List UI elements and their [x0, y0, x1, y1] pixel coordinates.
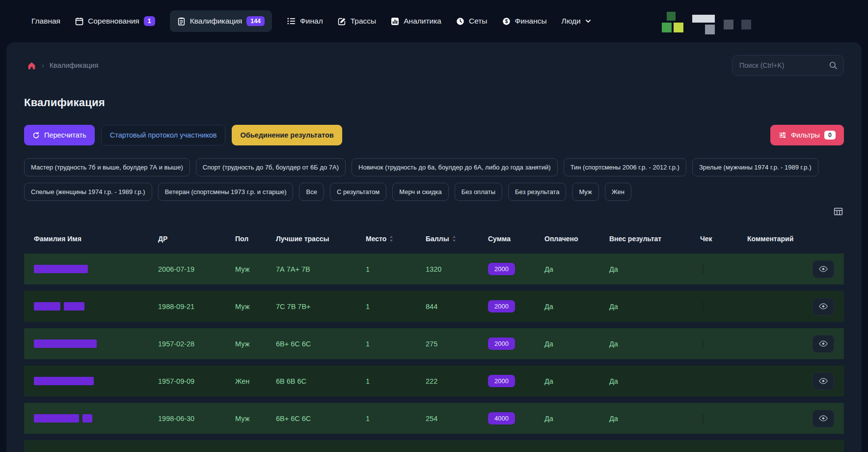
search-input[interactable] — [739, 61, 825, 69]
column-header-sum: Сумма — [488, 235, 544, 243]
chevron-down-icon — [585, 18, 591, 24]
column-header-receipt: Чек — [700, 235, 747, 243]
nav-item-qualification[interactable]: Квалификация 144 — [170, 10, 272, 32]
cell-paid: Да — [544, 265, 609, 273]
filter-chip-novice[interactable]: Новичок (трудность до 6а, боулдер до 6А,… — [352, 158, 558, 176]
cell-points: 844 — [426, 303, 488, 311]
filter-chip-merch[interactable]: Мерч и скидка — [392, 183, 449, 201]
cell-points: 1320 — [426, 265, 488, 273]
nav-label: Главная — [31, 17, 60, 26]
nav-item-final[interactable]: Финал — [287, 17, 323, 26]
filter-chip-female[interactable]: Жен — [605, 183, 631, 201]
cell-dob: 1957-02-28 — [158, 340, 235, 348]
column-header-dob: ДР — [158, 235, 235, 243]
page-title: Квалификация — [24, 96, 844, 109]
nav-item-home[interactable]: Главная — [31, 17, 60, 26]
filters-count-badge: 0 — [824, 131, 836, 140]
cell-receipt — [700, 303, 747, 311]
filter-chips-row-2: Спелые (женщины 1974 г.р. - 1989 г.р.) В… — [24, 183, 844, 201]
filters-button[interactable]: Фильтры 0 — [770, 125, 844, 145]
cell-result-entered: Да — [609, 265, 700, 273]
sort-icon[interactable] — [389, 236, 393, 242]
filter-chip-male[interactable]: Муж — [572, 183, 598, 201]
logo-cluster — [661, 4, 751, 38]
cell-dob: 1988-09-21 — [158, 303, 235, 311]
sum-badge: 2000 — [488, 263, 515, 275]
sum-badge: 2000 — [488, 375, 515, 387]
competitions-count-badge: 1 — [144, 16, 155, 27]
filter-chip-no-payment[interactable]: Без оплаты — [455, 183, 502, 201]
filter-chip-ripe[interactable]: Спелые (женщины 1974 г.р. - 1989 г.р.) — [24, 183, 152, 201]
cell-place: 1 — [366, 340, 426, 348]
cell-place: 1 — [366, 377, 426, 385]
nav-label: Финал — [300, 17, 323, 26]
column-header-points: Баллы — [426, 235, 488, 243]
nav-item-routes[interactable]: Трассы — [338, 17, 376, 26]
filter-chip-all[interactable]: Все — [299, 183, 324, 201]
redacted-name — [82, 414, 92, 423]
column-header-gender: Пол — [235, 235, 276, 243]
view-button[interactable] — [813, 260, 834, 278]
view-button[interactable] — [813, 298, 834, 315]
column-header-paid: Оплачено — [544, 235, 609, 243]
start-protocol-button[interactable]: Стартовый протокол участников — [101, 125, 226, 145]
view-button[interactable] — [813, 410, 834, 427]
nav-item-finance[interactable]: $ Финансы — [502, 17, 547, 26]
start-protocol-label: Стартовый протокол участников — [110, 131, 217, 139]
column-header-place: Место — [366, 235, 426, 243]
search-box — [732, 55, 844, 76]
sum-badge: 2000 — [488, 300, 515, 312]
cell-sum: 4000 — [488, 412, 544, 424]
cell-paid: Да — [544, 340, 609, 348]
cell-name — [34, 302, 158, 311]
table-row: 1998-06-30 Муж 6В+ 6С 6С 1 254 4000 Да Д… — [24, 403, 844, 434]
column-header-result-entered: Внес результат — [609, 235, 700, 243]
sum-badge: 2000 — [488, 338, 515, 350]
cell-sum: 2000 — [488, 300, 544, 312]
merge-results-button[interactable]: Обьединение результатов — [232, 125, 342, 145]
filter-chip-master[interactable]: Мастер (трудность 7б и выше, боулдер 7А … — [24, 158, 190, 176]
cell-sum: 2000 — [488, 263, 544, 275]
nav-label: Трассы — [351, 17, 376, 26]
redacted-name — [34, 265, 88, 273]
filter-chip-mature[interactable]: Зрелые (мужчины 1974 г.р. - 1989 г.р.) — [692, 158, 818, 176]
table-row: 1988-09-21 Муж 7С 7В 7В+ 1 844 2000 Да Д… — [24, 291, 844, 322]
filter-chip-veteran[interactable]: Ветеран (спортсмены 1973 г.р. и старше) — [158, 183, 294, 201]
cell-result-entered: Да — [609, 303, 700, 311]
recalculate-button[interactable]: Пересчитать — [24, 125, 95, 145]
logo-pixel-gray — [692, 11, 716, 38]
view-button[interactable] — [813, 335, 834, 353]
table-view-icon[interactable] — [834, 207, 843, 216]
cell-name — [34, 265, 158, 274]
top-navigation: Главная Соревнования 1 Квалификация 144 … — [0, 0, 868, 42]
column-header-comment: Комментарий — [747, 235, 811, 243]
table-tools — [24, 207, 844, 216]
nav-item-sets[interactable]: Сеты — [456, 17, 488, 26]
qualification-count-badge: 144 — [246, 16, 265, 27]
filter-chip-no-result[interactable]: Без результата — [508, 183, 566, 201]
eye-icon — [819, 303, 828, 310]
merge-results-label: Обьединение результатов — [240, 131, 333, 139]
cell-receipt — [700, 415, 747, 423]
table-body: 2006-07-19 Муж 7А 7А+ 7В 1 1320 2000 Да … — [24, 254, 844, 452]
home-icon[interactable] — [27, 61, 36, 70]
nav-item-analytics[interactable]: Аналитика — [391, 17, 441, 26]
cell-points: 222 — [426, 377, 488, 385]
eye-icon — [819, 266, 828, 272]
table-header: Фамилия Имя ДР Пол Лучшие трассы Место Б… — [24, 231, 844, 247]
sort-icon[interactable] — [452, 236, 456, 242]
cell-paid: Да — [544, 303, 609, 311]
svg-text:$: $ — [505, 18, 508, 24]
cell-receipt — [700, 265, 747, 273]
filter-chip-teen[interactable]: Тин (спортсмены 2006 г.р. - 2012 г.р.) — [564, 158, 686, 176]
nav-item-competitions[interactable]: Соревнования 1 — [75, 16, 155, 27]
filter-chip-with-result[interactable]: С результатом — [330, 183, 386, 201]
filter-chip-sport[interactable]: Спорт (трудность до 7б, боулдер от 6Б до… — [196, 158, 346, 176]
breadcrumb-row: › Квалификация — [24, 55, 844, 76]
nav-item-people[interactable]: Люди — [562, 17, 591, 26]
cell-gender: Жен — [235, 377, 276, 385]
search-icon[interactable] — [829, 61, 838, 70]
view-button[interactable] — [813, 372, 834, 390]
bar-chart-icon — [391, 17, 399, 26]
cell-sum: 2000 — [488, 375, 544, 387]
